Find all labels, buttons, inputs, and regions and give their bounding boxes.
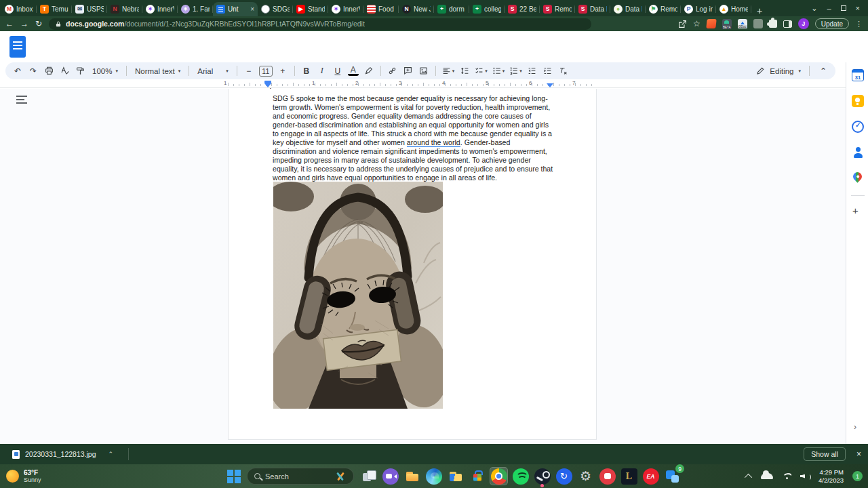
wifi-icon[interactable] <box>782 473 791 480</box>
microsoft-store-button[interactable] <box>468 467 486 485</box>
tab-close-icon[interactable]: × <box>250 6 254 13</box>
zoom-select[interactable]: 100%▾ <box>90 67 120 75</box>
tray-overflow-chevron-icon[interactable] <box>745 473 752 481</box>
close-downloads-bar-icon[interactable]: × <box>856 449 861 459</box>
document-paragraph[interactable]: SDG 5 spoke to me the most because gende… <box>273 94 556 182</box>
reload-icon[interactable]: ↻ <box>35 20 42 28</box>
extension-gdoc-icon[interactable]: GDoc <box>738 19 747 28</box>
browser-tab[interactable]: +college <box>469 2 505 16</box>
taskbar-search-input[interactable]: Search <box>247 468 354 485</box>
numbered-list-select[interactable]: ▾ <box>509 64 522 78</box>
first-line-indent-marker[interactable] <box>264 81 271 83</box>
browser-tab[interactable]: ▶Stand u <box>293 2 328 16</box>
task-view-button[interactable] <box>359 467 378 485</box>
browser-tab[interactable]: ✶InnerVi <box>328 2 363 16</box>
browser-menu-icon[interactable]: ⋮ <box>855 20 863 28</box>
browser-tab[interactable]: Unt× <box>213 2 258 16</box>
document-page[interactable]: SDG 5 spoke to me the most because gende… <box>228 89 597 440</box>
tab-search-chevron-icon[interactable]: ⌄ <box>811 4 817 13</box>
paragraph-style-select[interactable]: Normal text▾ <box>133 67 182 75</box>
extensions-puzzle-icon[interactable] <box>769 20 777 28</box>
docs-logo-icon[interactable] <box>9 36 26 58</box>
back-icon[interactable]: ← <box>5 20 14 28</box>
browser-tab[interactable]: Food P <box>363 2 399 16</box>
start-button[interactable] <box>226 468 241 484</box>
steam-button[interactable] <box>533 467 551 485</box>
share-page-icon[interactable] <box>678 20 687 28</box>
insert-link-icon[interactable] <box>387 64 398 78</box>
line-spacing-icon[interactable] <box>459 64 470 78</box>
settings-button[interactable]: ⚙ <box>576 467 595 485</box>
italic-button[interactable]: I <box>317 64 328 78</box>
browser-tab[interactable]: SData E <box>575 2 610 16</box>
underline-button[interactable]: U <box>332 64 343 78</box>
font-family-select[interactable]: Arial▾ <box>195 67 231 75</box>
close-window-button[interactable]: × <box>856 4 860 12</box>
notification-count-badge[interactable]: 1 <box>852 471 863 481</box>
browser-tab[interactable]: ▲Homes <box>716 2 751 16</box>
chrome-update-button[interactable]: Update <box>815 18 849 29</box>
browser-tab[interactable]: NNebras <box>107 2 142 16</box>
bold-button[interactable]: B <box>301 64 312 78</box>
editing-mode-select[interactable]: Editing ▾ <box>756 66 801 75</box>
browser-tab[interactable]: +dorm e <box>434 2 469 16</box>
extension-orange-icon[interactable] <box>706 19 716 28</box>
clear-formatting-icon[interactable] <box>558 64 569 78</box>
highlight-color-icon[interactable] <box>363 64 374 78</box>
browser-tab[interactable]: MInbox ( <box>1 2 37 16</box>
minimize-button[interactable]: – <box>827 4 831 12</box>
spotify-button[interactable] <box>511 467 530 485</box>
calendar-icon[interactable]: 31 <box>852 69 864 81</box>
decrease-indent-icon[interactable] <box>527 64 538 78</box>
add-comment-icon[interactable] <box>403 64 414 78</box>
show-outline-icon[interactable] <box>16 96 27 104</box>
tasks-icon[interactable] <box>852 121 864 133</box>
file-explorer-button[interactable] <box>403 467 421 485</box>
restore-button[interactable] <box>841 5 846 11</box>
new-tab-button[interactable]: + <box>757 5 762 16</box>
browser-profile-avatar[interactable]: J <box>798 18 809 29</box>
contacts-icon[interactable] <box>852 146 864 159</box>
onedrive-icon[interactable] <box>761 473 773 479</box>
forward-icon[interactable]: → <box>20 20 28 28</box>
spell-check-icon[interactable] <box>59 64 70 78</box>
increase-indent-icon[interactable] <box>542 64 553 78</box>
extension-beta-icon[interactable]: BETA <box>722 19 732 28</box>
browser-tab[interactable]: ✶InnerVi <box>142 2 178 16</box>
decrease-font-size-button[interactable]: − <box>243 64 254 78</box>
paint-format-icon[interactable] <box>75 64 85 78</box>
show-all-downloads-button[interactable]: Show all <box>804 447 846 461</box>
onedrive-folder-button[interactable] <box>446 467 465 485</box>
browser-tab[interactable]: SDGs R <box>258 2 293 16</box>
align-select[interactable]: ▾ <box>442 64 455 78</box>
browser-tab[interactable]: PLog in <box>681 2 716 16</box>
font-size-input[interactable]: 11 <box>259 66 273 77</box>
downloaded-file-chip[interactable]: 20230331_122813.jpg ⌃ <box>7 446 119 462</box>
clock[interactable]: 4:29 PM4/2/2023 <box>818 468 844 485</box>
checklist-select[interactable]: ▾ <box>475 64 488 78</box>
keep-icon[interactable] <box>852 95 864 107</box>
volume-icon[interactable] <box>800 472 810 481</box>
weather-widget[interactable]: 63°FSunny <box>0 469 41 484</box>
collapse-panel-chevron-icon[interactable]: › <box>854 422 856 432</box>
video-app-button[interactable] <box>381 467 399 485</box>
print-icon[interactable] <box>43 64 54 78</box>
browser-tab[interactable]: ✉USPS.c <box>72 2 107 16</box>
ea-app-button[interactable]: EA <box>642 467 660 485</box>
increase-font-size-button[interactable]: + <box>277 64 288 78</box>
sync-app-button[interactable]: ↻ <box>555 467 573 485</box>
hide-menus-chevron-icon[interactable]: ⌃ <box>818 64 829 78</box>
insert-image-icon[interactable] <box>418 64 429 78</box>
redo-icon[interactable]: ↷ <box>28 64 39 78</box>
inline-image-charcoal-portrait[interactable] <box>273 182 443 409</box>
extension-gray-icon[interactable] <box>753 19 763 28</box>
red-app-button[interactable] <box>598 467 616 485</box>
browser-tab[interactable]: TTemu | <box>37 2 72 16</box>
browser-tab[interactable]: S22 Bes <box>505 2 540 16</box>
google-chrome-button[interactable] <box>490 467 508 485</box>
league-of-legends-button[interactable]: L <box>620 467 638 485</box>
browser-tab[interactable]: SRemot <box>540 2 575 16</box>
get-add-ons-button[interactable]: + <box>852 205 859 216</box>
bookmark-star-icon[interactable]: ☆ <box>693 20 701 28</box>
download-menu-chevron-icon[interactable]: ⌃ <box>108 451 114 458</box>
